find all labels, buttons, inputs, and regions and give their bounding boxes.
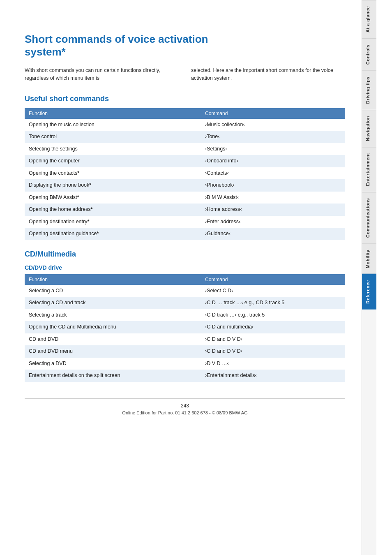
table1-cell-6-0: Opening BMW Assist* — [25, 192, 201, 204]
title-line2: system* — [25, 46, 66, 58]
table-row: CD and DVD›C D and D V D‹ — [25, 333, 345, 346]
table1-col1-header: Function — [25, 108, 201, 119]
table1-cell-5-0: Displaying the phone book* — [25, 179, 201, 192]
table1-cell-5-1: ›Phonebook‹ — [201, 179, 345, 192]
intro-section: With short commands you can run certain … — [25, 67, 345, 82]
tab-reference[interactable]: Reference — [362, 274, 376, 310]
table2-col1-header: Function — [25, 274, 201, 285]
intro-col1: With short commands you can run certain … — [25, 67, 179, 82]
table-row: Opening the CD and Multimedia menu›C D a… — [25, 321, 345, 333]
table2-cell-3-0: Opening the CD and Multimedia menu — [25, 321, 201, 333]
table1-cell-8-1: ›Enter address‹ — [201, 216, 345, 228]
title-line1: Short commands of voice activation — [25, 33, 208, 45]
tab-driving-tips[interactable]: Driving tips — [362, 70, 376, 110]
table1-cell-2-0: Selecting the settings — [25, 143, 201, 155]
sidebar-tabs: At a glance Controls Driving tips Naviga… — [362, 0, 376, 555]
table-row: Displaying the phone book*›Phonebook‹ — [25, 179, 345, 192]
table1-cell-9-1: ›Guidance‹ — [201, 228, 345, 240]
table-row: Tone control›Tone‹ — [25, 131, 345, 143]
table2-cell-2-1: ›C D track …‹ e.g., track 5 — [201, 309, 345, 321]
page-footer: 243 Online Edition for Part no. 01 41 2 … — [25, 398, 345, 415]
table-row: Selecting a DVD›D V D …‹ — [25, 358, 345, 370]
page-title: Short commands of voice activation syste… — [25, 33, 345, 58]
tab-at-a-glance[interactable]: At a glance — [362, 0, 376, 38]
table-row: Selecting the settings›Settings‹ — [25, 143, 345, 155]
tab-entertainment[interactable]: Entertainment — [362, 147, 376, 192]
table1-cell-7-1: ›Home address‹ — [201, 204, 345, 216]
table2-cell-5-0: CD and DVD menu — [25, 345, 201, 358]
table-row: Opening the music collection›Music colle… — [25, 119, 345, 131]
table-row: Opening the home address*›Home address‹ — [25, 204, 345, 216]
table2-cell-3-1: ›C D and multimedia‹ — [201, 321, 345, 333]
table1-col2-header: Command — [201, 108, 345, 119]
section1-heading: Useful short commands — [25, 95, 345, 103]
table2-cell-6-1: ›D V D …‹ — [201, 358, 345, 370]
table1-cell-2-1: ›Settings‹ — [201, 143, 345, 155]
page-wrapper: Short commands of voice activation syste… — [0, 0, 392, 555]
table2-cell-0-1: ›Select C D‹ — [201, 285, 345, 297]
section2-heading: CD/Multimedia — [25, 250, 345, 259]
table2-cell-0-0: Selecting a CD — [25, 285, 201, 297]
useful-commands-table: Function Command Opening the music colle… — [25, 108, 345, 240]
table-row: Selecting a track›C D track …‹ e.g., tra… — [25, 309, 345, 321]
intro-col2: selected. Here are the important short c… — [191, 67, 345, 82]
table1-cell-1-1: ›Tone‹ — [201, 131, 345, 143]
table2-cell-1-0: Selecting a CD and track — [25, 297, 201, 309]
table-row: Opening destination entry*›Enter address… — [25, 216, 345, 228]
tab-navigation[interactable]: Navigation — [362, 110, 376, 147]
table2-cell-5-1: ›C D and D V D‹ — [201, 345, 345, 358]
cd-multimedia-table: Function Command Selecting a CD›Select C… — [25, 274, 345, 382]
table-row: Selecting a CD and track›C D … track …‹ … — [25, 297, 345, 309]
table2-cell-7-1: ›Entertainment details‹ — [201, 370, 345, 382]
table-row: Opening BMW Assist*›B M W Assist‹ — [25, 192, 345, 204]
table-row: Selecting a CD›Select C D‹ — [25, 285, 345, 297]
table-row: Opening destination guidance*›Guidance‹ — [25, 228, 345, 240]
table1-cell-3-0: Opening the computer — [25, 155, 201, 167]
copyright-text: Online Edition for Part no. 01 41 2 602 … — [25, 410, 345, 415]
table-row: Entertainment details on the split scree… — [25, 370, 345, 382]
table1-cell-0-1: ›Music collection‹ — [201, 119, 345, 131]
table1-cell-4-0: Opening the contacts* — [25, 167, 201, 180]
main-content: Short commands of voice activation syste… — [0, 0, 362, 555]
table1-cell-7-0: Opening the home address* — [25, 204, 201, 216]
table1-cell-1-0: Tone control — [25, 131, 201, 143]
table1-cell-3-1: ›Onboard info‹ — [201, 155, 345, 167]
tab-controls[interactable]: Controls — [362, 38, 376, 70]
table2-cell-4-1: ›C D and D V D‹ — [201, 333, 345, 346]
page-number: 243 — [25, 403, 345, 409]
table-row: Opening the computer›Onboard info‹ — [25, 155, 345, 167]
table2-col2-header: Command — [201, 274, 345, 285]
table2-cell-7-0: Entertainment details on the split scree… — [25, 370, 201, 382]
table2-cell-2-0: Selecting a track — [25, 309, 201, 321]
table2-cell-4-0: CD and DVD — [25, 333, 201, 346]
table-row: Opening the contacts*›Contacts‹ — [25, 167, 345, 180]
table1-cell-9-0: Opening destination guidance* — [25, 228, 201, 240]
table1-cell-4-1: ›Contacts‹ — [201, 167, 345, 180]
table2-cell-1-1: ›C D … track …‹ e.g., CD 3 track 5 — [201, 297, 345, 309]
table1-cell-8-0: Opening destination entry* — [25, 216, 201, 228]
tab-communications[interactable]: Communications — [362, 192, 376, 243]
tab-mobility[interactable]: Mobility — [362, 243, 376, 274]
table1-cell-6-1: ›B M W Assist‹ — [201, 192, 345, 204]
subsection2-heading: CD/DVD drive — [25, 264, 345, 271]
table1-cell-0-0: Opening the music collection — [25, 119, 201, 131]
table-row: CD and DVD menu›C D and D V D‹ — [25, 345, 345, 358]
table2-cell-6-0: Selecting a DVD — [25, 358, 201, 370]
